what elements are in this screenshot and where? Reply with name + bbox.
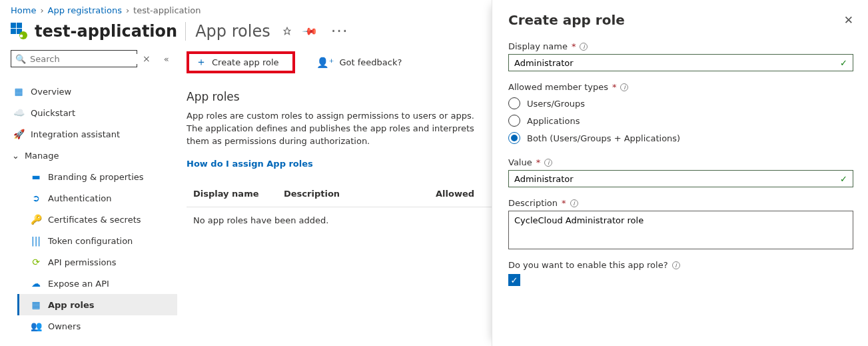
radio-label: Both (Users/Groups + Applications) <box>527 133 680 143</box>
button-label: Got feedback? <box>339 57 402 67</box>
info-icon[interactable]: i <box>620 83 628 91</box>
nav-label: App roles <box>48 300 95 310</box>
radio-label: Applications <box>527 116 580 126</box>
nav-label: Certificates & secrets <box>48 215 141 225</box>
collapse-nav-icon[interactable]: « <box>164 54 169 64</box>
nav-quickstart[interactable]: ☁️ Quickstart <box>11 102 177 123</box>
certificates-icon: 🔑 <box>31 214 41 225</box>
radio-icon <box>508 132 520 144</box>
info-icon[interactable]: i <box>544 159 552 167</box>
nav-label: Authentication <box>48 193 111 203</box>
authentication-icon: ➲ <box>31 193 41 203</box>
allowed-member-types-label: Allowed member types <box>508 82 608 92</box>
app-roles-icon: ▦ <box>31 299 41 310</box>
owners-icon: 👥 <box>31 321 41 331</box>
checkbox-icon: ✓ <box>508 274 520 286</box>
nav-expose-api[interactable]: ☁ Expose an API <box>28 273 177 294</box>
breadcrumb-home[interactable]: Home <box>11 5 36 15</box>
svg-rect-0 <box>11 23 16 28</box>
value-label: Value <box>508 157 532 167</box>
info-icon[interactable]: i <box>570 199 578 207</box>
overview-icon: ▦ <box>13 86 24 97</box>
feedback-button[interactable]: 👤⁺ Got feedback? <box>310 53 409 73</box>
svg-point-5 <box>20 35 23 38</box>
nav-label: API permissions <box>48 257 116 267</box>
chevron-right-icon: › <box>126 5 129 15</box>
breadcrumb-current: test-application <box>133 5 201 15</box>
member-type-users-radio[interactable]: Users/Groups <box>508 95 853 112</box>
nav-authentication[interactable]: ➲ Authentication <box>28 187 177 209</box>
required-asterisk: * <box>536 157 541 167</box>
display-name-input[interactable] <box>514 58 836 68</box>
valid-check-icon: ✓ <box>840 174 847 184</box>
info-icon[interactable]: i <box>580 43 588 51</box>
nav-group-label: Manage <box>25 151 59 161</box>
radio-icon <box>508 115 520 127</box>
description-label: Description <box>508 198 558 208</box>
required-asterisk: * <box>612 82 617 92</box>
branding-icon: ▬ <box>31 171 41 182</box>
nav-label: Expose an API <box>48 279 109 289</box>
breadcrumb-app-registrations[interactable]: App registrations <box>48 5 122 15</box>
description-input[interactable] <box>514 215 847 245</box>
button-label: Create app role <box>212 57 279 67</box>
expose-api-icon: ☁ <box>31 278 41 289</box>
required-asterisk: * <box>572 41 576 51</box>
app-registration-icon <box>11 23 28 40</box>
search-input[interactable] <box>30 54 143 64</box>
pin-icon[interactable] <box>282 27 292 36</box>
display-name-field[interactable]: ✓ <box>508 54 853 71</box>
plus-icon: ＋ <box>196 55 207 69</box>
nav-token[interactable]: ||| Token configuration <box>28 230 177 251</box>
section-description: App roles are custom roles to assign per… <box>187 110 493 148</box>
nav-label: Quickstart <box>31 108 75 118</box>
nav-app-roles[interactable]: ▦ App roles <box>17 294 177 315</box>
pin-icon[interactable]: 📌 <box>301 23 318 40</box>
nav-label: Token configuration <box>48 236 133 246</box>
display-name-label: Display name <box>508 41 568 51</box>
panel-title: Create app role <box>508 12 625 28</box>
required-asterisk: * <box>562 198 566 208</box>
create-app-role-panel: Create app role ✕ Display name * i ✓ All… <box>492 0 868 346</box>
close-panel-button[interactable]: ✕ <box>844 13 853 27</box>
feedback-icon: 👤⁺ <box>316 57 334 69</box>
member-type-applications-radio[interactable]: Applications <box>508 112 853 129</box>
nav-certificates[interactable]: 🔑 Certificates & secrets <box>28 209 177 230</box>
svg-rect-1 <box>17 23 22 28</box>
nav-api-permissions[interactable]: ⟳ API permissions <box>28 251 177 273</box>
integration-icon: 🚀 <box>13 129 24 139</box>
nav-group-manage[interactable]: ⌄ Manage <box>11 145 177 166</box>
api-permissions-icon: ⟳ <box>31 257 41 267</box>
nav-label: Overview <box>31 87 71 97</box>
info-icon[interactable]: i <box>672 261 680 269</box>
nav-owners[interactable]: 👥 Owners <box>28 315 177 337</box>
create-app-role-button[interactable]: ＋ Create app role <box>187 51 295 73</box>
description-field[interactable] <box>508 211 853 249</box>
svg-rect-2 <box>11 29 16 34</box>
value-input[interactable] <box>514 174 836 184</box>
page-subtitle: App roles <box>185 22 270 41</box>
nav-integration-assistant[interactable]: 🚀 Integration assistant <box>11 123 177 145</box>
member-type-both-radio[interactable]: Both (Users/Groups + Applications) <box>508 129 853 147</box>
col-description[interactable]: Description <box>284 189 436 199</box>
page-title: test-application <box>35 22 177 41</box>
nav-overview[interactable]: ▦ Overview <box>11 81 177 102</box>
nav-branding[interactable]: ▬ Branding & properties <box>28 166 177 187</box>
col-display-name[interactable]: Display name <box>187 189 284 199</box>
chevron-right-icon: › <box>40 5 43 15</box>
nav-label: Owners <box>48 321 81 331</box>
value-field[interactable]: ✓ <box>508 170 853 187</box>
chevron-down-icon: ⌄ <box>12 151 19 161</box>
search-icon: 🔍 <box>15 54 26 64</box>
search-box[interactable]: 🔍 <box>11 50 137 67</box>
nav-label: Integration assistant <box>31 129 120 139</box>
clear-search-icon[interactable]: × <box>143 53 151 64</box>
enable-label: Do you want to enable this app role? <box>508 260 668 270</box>
token-icon: ||| <box>31 235 41 246</box>
radio-icon <box>508 97 520 109</box>
more-menu[interactable]: ··· <box>331 22 348 41</box>
nav-label: Branding & properties <box>48 172 144 182</box>
quickstart-icon: ☁️ <box>13 107 24 118</box>
radio-label: Users/Groups <box>527 99 585 109</box>
enable-checkbox[interactable]: ✓ <box>508 274 853 286</box>
